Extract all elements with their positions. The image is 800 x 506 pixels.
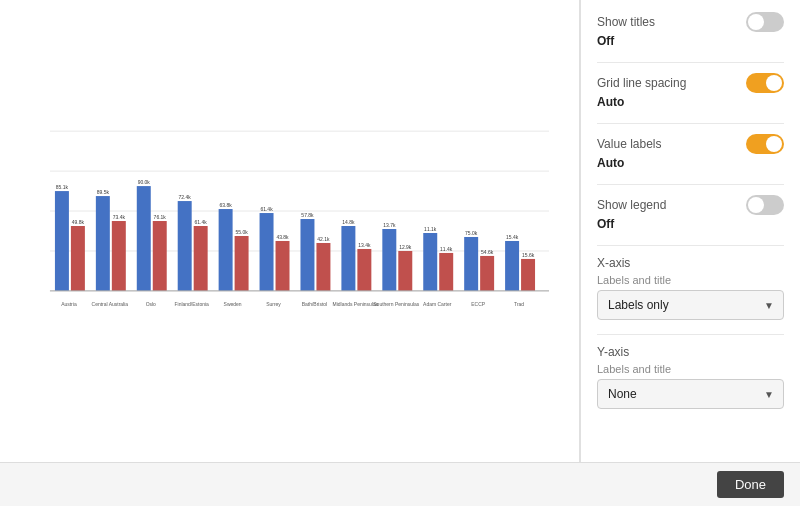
svg-rect-61: [521, 259, 535, 291]
svg-text:49.8k: 49.8k: [72, 219, 85, 225]
svg-text:73.4k: 73.4k: [113, 214, 126, 220]
value-labels-row: Value labels Auto: [597, 134, 784, 170]
show-titles-row: Show titles Off: [597, 12, 784, 48]
y-axis-sub-label: Labels and title: [597, 363, 784, 375]
value-labels-toggle[interactable]: [746, 134, 784, 154]
svg-rect-36: [316, 243, 330, 291]
svg-text:Central Australia: Central Australia: [92, 301, 129, 307]
settings-panel: Show titles Off Grid line spacing Auto V…: [580, 0, 800, 462]
svg-text:72.4k: 72.4k: [179, 194, 192, 200]
svg-rect-51: [439, 253, 453, 291]
show-titles-value: Off: [597, 34, 784, 48]
show-titles-toggle[interactable]: [746, 12, 784, 32]
svg-text:ECCP: ECCP: [471, 301, 486, 307]
svg-text:13.4k: 13.4k: [358, 242, 371, 248]
x-axis-dropdown[interactable]: Labels only Labels and title Title only …: [597, 290, 784, 320]
show-titles-label: Show titles: [597, 15, 655, 29]
svg-text:63.8k: 63.8k: [220, 202, 233, 208]
svg-rect-30: [260, 213, 274, 291]
svg-text:13.7k: 13.7k: [383, 222, 396, 228]
svg-rect-55: [464, 237, 478, 291]
svg-rect-21: [194, 226, 208, 291]
svg-text:76.1k: 76.1k: [154, 214, 167, 220]
svg-text:57.8k: 57.8k: [301, 212, 314, 218]
svg-rect-25: [219, 209, 233, 291]
svg-text:15.6k: 15.6k: [522, 252, 535, 258]
svg-text:Bath/Bristol: Bath/Bristol: [302, 301, 328, 307]
x-axis-dropdown-wrapper: Labels only Labels and title Title only …: [597, 290, 784, 320]
svg-text:11.1k: 11.1k: [424, 226, 437, 232]
svg-rect-11: [112, 221, 126, 291]
main-content: 85.1k 49.8k Austria 89.5k 73.4k Central …: [0, 0, 800, 462]
y-axis-dropdown-wrapper: None Labels only Labels and title Title …: [597, 379, 784, 409]
divider-5: [597, 334, 784, 335]
done-button[interactable]: Done: [717, 471, 784, 498]
svg-text:90.0k: 90.0k: [138, 179, 151, 185]
grid-line-spacing-row: Grid line spacing Auto: [597, 73, 784, 109]
svg-text:55.0k: 55.0k: [235, 229, 248, 235]
bar-chart: 85.1k 49.8k Austria 89.5k 73.4k Central …: [20, 121, 559, 341]
x-axis-section-title: X-axis: [597, 256, 784, 270]
grid-line-spacing-toggle[interactable]: [746, 73, 784, 93]
svg-rect-15: [137, 186, 151, 291]
chart-area: 85.1k 49.8k Austria 89.5k 73.4k Central …: [0, 0, 580, 462]
grid-line-spacing-label: Grid line spacing: [597, 76, 686, 90]
svg-rect-10: [96, 196, 110, 291]
svg-rect-60: [505, 241, 519, 291]
svg-text:85.1k: 85.1k: [56, 184, 69, 190]
y-axis-row: Y-axis Labels and title None Labels only…: [597, 345, 784, 409]
svg-rect-35: [300, 219, 314, 291]
y-axis-dropdown[interactable]: None Labels only Labels and title Title …: [597, 379, 784, 409]
value-labels-label: Value labels: [597, 137, 662, 151]
svg-text:Oslo: Oslo: [146, 301, 156, 307]
svg-text:42.1k: 42.1k: [317, 236, 330, 242]
svg-rect-40: [341, 226, 355, 291]
show-legend-label: Show legend: [597, 198, 666, 212]
value-labels-value: Auto: [597, 156, 784, 170]
x-axis-sub-label: Labels and title: [597, 274, 784, 286]
svg-text:43.8k: 43.8k: [276, 234, 289, 240]
svg-rect-50: [423, 233, 437, 291]
divider-3: [597, 184, 784, 185]
svg-text:Southern Peninsulas: Southern Peninsulas: [373, 301, 420, 307]
svg-text:Finland/Estonia: Finland/Estonia: [175, 301, 210, 307]
x-axis-row: X-axis Labels and title Labels only Labe…: [597, 256, 784, 320]
svg-rect-6: [71, 226, 85, 291]
divider-2: [597, 123, 784, 124]
svg-rect-16: [153, 221, 167, 291]
svg-text:12.9k: 12.9k: [399, 244, 412, 250]
svg-rect-41: [357, 249, 371, 291]
svg-rect-46: [398, 251, 412, 291]
divider-1: [597, 62, 784, 63]
grid-line-spacing-value: Auto: [597, 95, 784, 109]
svg-rect-56: [480, 256, 494, 291]
svg-rect-5: [55, 191, 69, 291]
svg-text:Austria: Austria: [61, 301, 77, 307]
svg-rect-20: [178, 201, 192, 291]
y-axis-section-title: Y-axis: [597, 345, 784, 359]
svg-text:61.4k: 61.4k: [260, 206, 273, 212]
svg-text:14.8k: 14.8k: [342, 219, 355, 225]
show-legend-value: Off: [597, 217, 784, 231]
svg-text:89.5k: 89.5k: [97, 189, 110, 195]
show-legend-row: Show legend Off: [597, 195, 784, 231]
svg-rect-45: [382, 229, 396, 291]
chart-svg: 85.1k 49.8k Austria 89.5k 73.4k Central …: [20, 121, 559, 341]
svg-text:Adam Carter: Adam Carter: [423, 301, 452, 307]
svg-text:11.4k: 11.4k: [440, 246, 453, 252]
svg-rect-26: [235, 236, 249, 291]
divider-4: [597, 245, 784, 246]
svg-text:15.4k: 15.4k: [506, 234, 519, 240]
svg-rect-31: [276, 241, 290, 291]
svg-text:Trad: Trad: [514, 301, 524, 307]
footer: Done: [0, 462, 800, 506]
show-legend-toggle[interactable]: [746, 195, 784, 215]
svg-text:Surrey: Surrey: [266, 301, 281, 307]
svg-text:54.6k: 54.6k: [481, 249, 494, 255]
svg-text:61.4k: 61.4k: [195, 219, 208, 225]
svg-text:Sweden: Sweden: [224, 301, 242, 307]
svg-text:75.0k: 75.0k: [465, 230, 478, 236]
svg-text:Midlands Peninsulas: Midlands Peninsulas: [333, 301, 379, 307]
